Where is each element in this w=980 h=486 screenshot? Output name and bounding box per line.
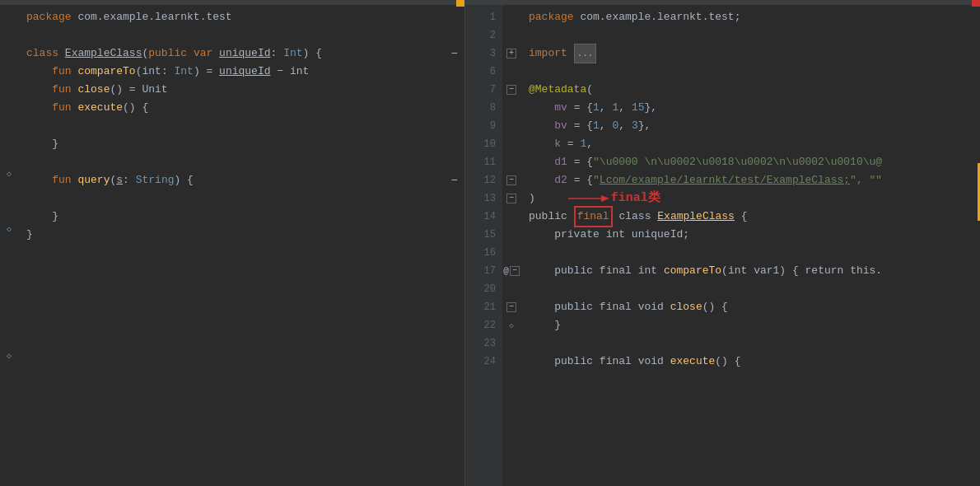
code-line-empty <box>26 117 464 135</box>
pkg-path: com.example.learnkt.test; <box>574 8 741 26</box>
field-k: k <box>554 135 561 153</box>
kw-public: public <box>148 44 187 63</box>
num: 1 <box>580 135 586 153</box>
right-code-line-23 <box>529 334 980 353</box>
svg-marker-1 <box>601 195 609 202</box>
field-mv: mv <box>554 99 567 117</box>
type-string: String <box>136 171 175 189</box>
right-code-line-2 <box>529 26 980 44</box>
right-code-line-21: public final void close () { <box>529 298 980 316</box>
kw-public3: public <box>554 298 593 316</box>
kw-package: package <box>529 8 574 26</box>
fn-query: query <box>77 171 110 189</box>
plain <box>593 298 600 316</box>
line-num-11: 11 <box>465 153 502 171</box>
package-path: com.example.learnkt.test <box>72 8 232 26</box>
num: 1 <box>612 99 618 117</box>
right-editor-pane: 1 2 3 6 7 8 9 10 11 12 13 14 15 16 17 20… <box>465 0 980 486</box>
indent <box>529 135 554 153</box>
plain <box>593 262 600 280</box>
brace-close: ) <box>529 189 535 208</box>
right-code-line-1: package com.example.learnkt.test; <box>529 8 980 26</box>
code-line-brace: } <box>26 135 464 153</box>
plain <box>72 99 78 117</box>
kw-final2: final <box>600 262 632 280</box>
kw-fun: fun <box>52 81 71 99</box>
plain: , <box>618 99 632 117</box>
ref-uniqueid: uniqueId <box>219 63 270 81</box>
kw-import: import <box>529 44 567 63</box>
minus-icon-21[interactable]: − <box>506 302 516 312</box>
plain <box>632 262 638 280</box>
plain: , <box>586 135 593 153</box>
field-d2: d2 <box>554 171 567 189</box>
line-num-24: 24 <box>465 353 502 371</box>
right-code-line-17: public final int compareTo ( int var1) {… <box>529 262 980 280</box>
gutter-minus-13[interactable]: − <box>502 189 520 208</box>
indent <box>529 316 554 334</box>
line-num-12: 12 <box>465 171 502 189</box>
indent <box>26 171 52 189</box>
collapse-button2[interactable]: − <box>451 171 458 189</box>
right-code-line-16 <box>529 244 980 262</box>
line-num-1: 1 <box>465 8 502 26</box>
kw-void2: void <box>638 353 664 371</box>
minus-icon-13[interactable]: − <box>506 194 516 203</box>
indent <box>529 353 554 371</box>
plain: : <box>123 171 136 189</box>
code-line-close: fun close () = Unit <box>26 81 464 99</box>
gutter-plus-3[interactable]: + <box>502 44 520 63</box>
fn-name: compareTo <box>77 63 135 81</box>
import-collapsed-dots[interactable]: ... <box>574 44 597 63</box>
minus-icon-17[interactable]: − <box>510 266 520 276</box>
plain <box>664 353 670 371</box>
gutter-row <box>502 135 520 153</box>
param-uniqueid: uniqueId <box>219 44 270 63</box>
plain: = { <box>567 117 593 135</box>
plain: − int <box>271 63 310 81</box>
brace: } <box>52 208 58 226</box>
minus-icon[interactable]: − <box>506 85 516 95</box>
indent <box>529 99 554 117</box>
diamond-icon: ◇ <box>509 321 513 330</box>
plain: = { <box>567 171 593 189</box>
num: 0 <box>612 117 618 135</box>
line-num-6: 6 <box>465 63 502 81</box>
line-num-3: 3 <box>465 44 502 63</box>
collapse-button[interactable]: − <box>451 44 458 63</box>
field-d1: d1 <box>554 153 567 171</box>
callout-label: final类 <box>611 189 660 208</box>
gutter-minus-21[interactable]: − <box>502 298 520 316</box>
plain: { <box>735 208 748 226</box>
plain <box>613 208 619 226</box>
left-code-area: ◇ ◇ ◇ package com.example.learnkt.test c… <box>0 5 464 486</box>
minus-icon-12[interactable]: − <box>506 175 516 185</box>
plain <box>593 353 600 371</box>
brace: } <box>52 135 58 153</box>
gutter-row <box>502 208 520 226</box>
plain: = { <box>567 99 593 117</box>
right-code-line-14: public final class ExampleClass { <box>529 208 980 226</box>
annotation-metadata: @Metadata <box>529 81 586 99</box>
gutter-minus-7[interactable]: − <box>502 81 520 99</box>
gutter-row <box>502 99 520 117</box>
right-code-line-24: public final void execute () { <box>529 353 980 371</box>
brace: } <box>554 316 561 334</box>
field-bv: bv <box>554 117 567 135</box>
plain: ( <box>136 63 142 81</box>
indent <box>26 99 52 117</box>
kw-int: int <box>606 226 625 244</box>
plain: : <box>161 63 175 81</box>
indent <box>529 298 554 316</box>
gutter-minus-12[interactable]: − <box>502 171 520 189</box>
keyword-package: package <box>26 8 72 26</box>
plain: ( <box>110 171 116 189</box>
plain: ( <box>142 44 148 63</box>
gutter-row-diamond: ◇ <box>7 347 12 365</box>
kw-fun: fun <box>52 63 71 81</box>
line-num-17: 17 <box>465 262 502 280</box>
plain <box>632 298 638 316</box>
param-s: s <box>116 171 123 189</box>
plain <box>567 44 574 63</box>
plus-icon[interactable]: + <box>506 49 516 58</box>
